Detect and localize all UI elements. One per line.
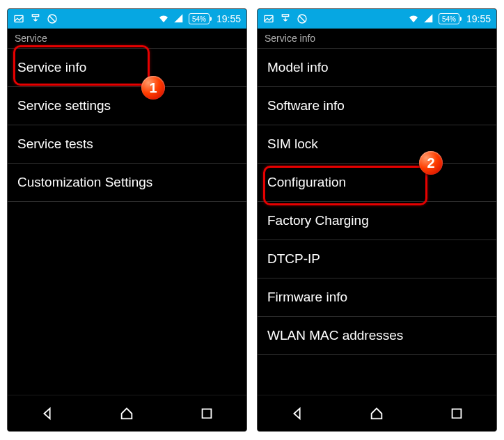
menu-item-customization-settings[interactable]: Customization Settings [8,164,246,202]
battery-level: 54% [192,15,206,23]
statusbar: 54% 19:55 [8,9,246,29]
signal-icon [173,13,184,24]
nav-back-button[interactable] [276,401,318,426]
screen-header: Service info [258,29,496,49]
navbar [258,395,496,431]
clock: 19:55 [466,13,491,24]
menu-item-configuration[interactable]: Configuration [258,164,496,202]
menu-item-label: Model info [267,60,329,74]
screen-header: Service [8,29,246,49]
svg-line-6 [299,15,305,22]
signal-icon [423,13,434,24]
menu-item-label: Service info [17,60,86,74]
svg-rect-7 [452,409,461,418]
menu-item-wlan-mac-addresses[interactable]: WLAN MAC addresses [258,317,496,355]
download-icon [280,13,291,24]
gallery-icon [13,13,24,24]
svg-rect-0 [15,15,23,22]
svg-rect-3 [202,409,211,418]
nav-back-button[interactable] [26,401,68,426]
no-data-icon [47,13,58,24]
menu-item-model-info[interactable]: Model info [258,49,496,87]
menu-item-service-tests[interactable]: Service tests [8,125,246,164]
statusbar: 54% 19:55 [258,9,496,29]
svg-line-2 [49,15,55,22]
menu-item-label: Firmware info [267,290,347,304]
nav-recent-button[interactable] [436,401,478,426]
menu-item-label: WLAN MAC addresses [267,328,403,343]
menu-item-label: Customization Settings [17,175,152,189]
clock: 19:55 [216,13,241,24]
battery-indicator: 54% [439,13,459,24]
nav-home-button[interactable] [106,401,148,426]
no-data-icon [297,13,308,24]
battery-indicator: 54% [189,13,210,24]
menu-list: Service info Service settings Service te… [8,49,246,395]
wifi-icon [158,13,169,24]
menu-item-dtcp-ip[interactable]: DTCP-IP [258,240,496,278]
nav-home-button[interactable] [356,401,397,426]
menu-item-factory-charging[interactable]: Factory Charging [258,202,496,240]
menu-item-label: Service tests [17,136,93,151]
menu-item-label: DTCP-IP [267,251,320,266]
menu-item-label: Software info [267,98,345,113]
menu-item-label: Service settings [17,98,111,113]
menu-item-service-info[interactable]: Service info [8,49,246,87]
menu-item-label: Factory Charging [267,213,369,228]
menu-item-software-info[interactable]: Software info [258,87,496,125]
download-icon [30,13,41,24]
menu-item-label: Configuration [267,175,346,189]
battery-level: 54% [442,15,456,23]
menu-item-label: SIM lock [267,136,318,151]
nav-recent-button[interactable] [186,401,228,426]
menu-list: Model info Software info SIM lock Config… [258,49,496,395]
menu-item-firmware-info[interactable]: Firmware info [258,278,496,317]
phone-left: 54% 19:55 Service Service info Service s… [7,8,247,432]
menu-item-sim-lock[interactable]: SIM lock [258,125,496,164]
phone-right: 54% 19:55 Service info Model info Softwa… [257,8,497,432]
svg-rect-4 [265,15,273,22]
navbar [8,395,246,431]
gallery-icon [263,13,274,24]
wifi-icon [408,13,419,24]
menu-item-service-settings[interactable]: Service settings [8,87,246,125]
